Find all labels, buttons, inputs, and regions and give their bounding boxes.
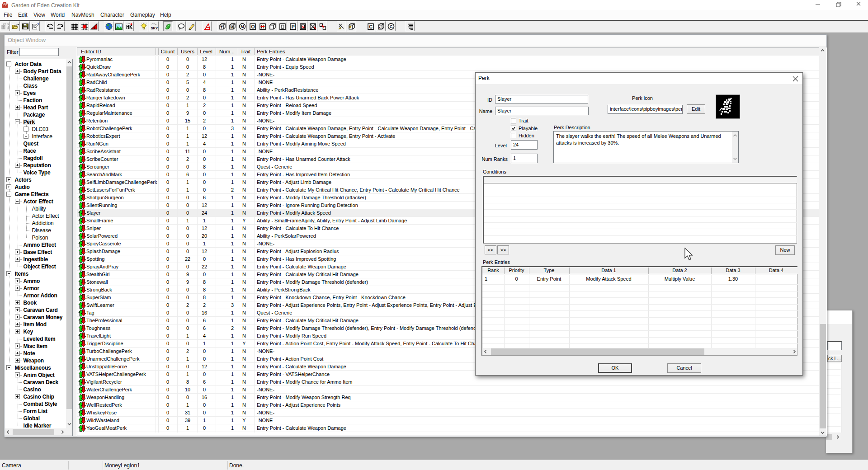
svg-text:M: M: [241, 24, 244, 29]
svg-text:T: T: [221, 25, 223, 29]
svg-text:O: O: [251, 24, 255, 29]
svg-text:P: P: [292, 24, 295, 29]
svg-text:c: c: [379, 25, 382, 29]
svg-text:C: C: [390, 24, 393, 29]
svg-text:C: C: [369, 24, 373, 29]
svg-text:M: M: [231, 25, 234, 29]
svg-text:SKY: SKY: [151, 26, 158, 30]
